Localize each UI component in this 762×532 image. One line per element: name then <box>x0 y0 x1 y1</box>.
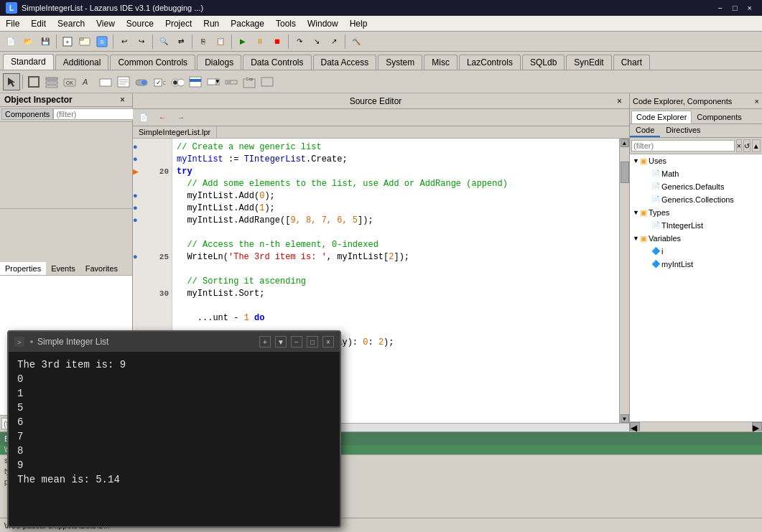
menu-source[interactable]: Source <box>121 16 159 31</box>
subtab-code[interactable]: Code <box>630 124 660 137</box>
cursor-tool[interactable] <box>3 73 20 90</box>
edit-component[interactable] <box>97 73 114 90</box>
tab-sqldb[interactable]: SQLdb <box>522 55 564 70</box>
tab-additional[interactable]: Additional <box>55 55 109 70</box>
terminal-minimize-btn[interactable]: − <box>291 336 302 347</box>
tab-dialogs[interactable]: Dialogs <box>197 55 241 70</box>
scrollbar-down[interactable]: ▼ <box>621 414 629 423</box>
listbox-component[interactable] <box>187 73 204 90</box>
object-inspector-close[interactable]: × <box>117 95 128 105</box>
menu-run[interactable]: Run <box>198 16 225 31</box>
terminal-add-btn[interactable]: + <box>259 336 271 347</box>
run-button[interactable]: ▶ <box>235 34 251 50</box>
toggle-component[interactable] <box>133 73 150 90</box>
filter-up-btn[interactable]: ▲ <box>752 139 761 152</box>
tree-var-i[interactable]: 🔷 i <box>630 245 762 258</box>
step-out-button[interactable]: ↗ <box>326 34 342 50</box>
scrollbar-up[interactable]: ▲ <box>621 139 629 147</box>
new-button[interactable]: 📄 <box>3 34 19 50</box>
close-button[interactable]: × <box>743 2 756 14</box>
step-into-button[interactable]: ↘ <box>309 34 325 50</box>
tab-data-controls[interactable]: Data Controls <box>243 55 311 70</box>
tab-system[interactable]: System <box>378 55 422 70</box>
panel-component[interactable] <box>259 73 276 90</box>
editor-forward-btn[interactable]: → <box>173 110 189 126</box>
redo-button[interactable]: ↪ <box>134 34 149 50</box>
scrollbar-component[interactable] <box>223 73 240 90</box>
step-over-button[interactable]: ↷ <box>292 34 307 50</box>
tree-variables[interactable]: ▼ ▣ Variables <box>630 232 762 245</box>
tab-data-access[interactable]: Data Access <box>313 55 377 70</box>
tab-favorites[interactable]: Favorites <box>80 262 123 275</box>
menu-window[interactable]: Window <box>302 16 344 31</box>
tree-types[interactable]: ▼ ▣ Types <box>630 206 762 219</box>
open-button[interactable]: 📂 <box>20 34 36 50</box>
tree-tintegerlist[interactable]: 📄 TIntegerList <box>630 219 762 232</box>
tree-generics-collections[interactable]: 📄 Generics.Collections <box>630 193 762 206</box>
code-explorer-close[interactable]: × <box>755 97 759 106</box>
code-explorer-filter-input[interactable] <box>631 140 735 151</box>
types-toggle[interactable]: ▼ <box>633 207 638 218</box>
save-button[interactable]: 💾 <box>37 34 53 50</box>
open-unit-button[interactable] <box>77 34 93 50</box>
uses-toggle[interactable]: ▼ <box>633 155 638 167</box>
minimize-button[interactable]: − <box>713 2 726 14</box>
undo-button[interactable]: ↩ <box>116 34 132 50</box>
menu-search[interactable]: Search <box>52 16 90 31</box>
combobox-component[interactable]: ▼ <box>205 73 222 90</box>
editor-back-btn[interactable]: ← <box>154 110 170 126</box>
menu-file[interactable]: File <box>0 16 25 31</box>
tree-scroll-left[interactable]: ◀ <box>630 422 640 431</box>
filter-refresh-btn[interactable]: ↺ <box>743 139 751 152</box>
tree-scrollbar[interactable]: ◀ ▶ <box>630 421 762 431</box>
stop-button[interactable]: ⏹ <box>269 34 285 50</box>
tab-lazcontrols[interactable]: LazControls <box>459 55 521 70</box>
find-button[interactable]: 🔍 <box>156 34 172 50</box>
maximize-button[interactable]: □ <box>728 2 742 14</box>
tree-scroll-right[interactable]: ▶ <box>752 422 762 431</box>
paste-button[interactable]: 📋 <box>213 34 228 50</box>
menu-tools[interactable]: Tools <box>270 16 302 31</box>
tab-components[interactable]: Components <box>692 111 746 123</box>
pause-button[interactable]: ⏸ <box>252 34 268 50</box>
menu-help[interactable]: Help <box>344 16 373 31</box>
menu-package[interactable]: Package <box>225 16 270 31</box>
source-file-tab[interactable]: SimpleIntegerList.lpr <box>133 126 217 138</box>
build-button[interactable]: 🔨 <box>348 34 364 50</box>
menu-project[interactable]: Project <box>159 16 198 31</box>
vars-toggle[interactable]: ▼ <box>633 233 638 244</box>
tab-common-controls[interactable]: Common Controls <box>110 55 195 70</box>
scrollbar-thumb[interactable] <box>621 162 629 183</box>
terminal-content[interactable]: The 3rd item is: 9 0 1 5 6 7 8 9 The mea… <box>9 352 340 526</box>
memo-component[interactable] <box>115 73 132 90</box>
code-scrollbar-v[interactable]: ▲ ▼ <box>619 139 629 423</box>
terminal-dropdown-btn[interactable]: ▼ <box>275 336 287 347</box>
tab-misc[interactable]: Misc <box>424 55 457 70</box>
copy-button[interactable]: ⎘ <box>195 34 211 50</box>
editor-new-btn[interactable]: 📄 <box>136 110 152 126</box>
tree-uses[interactable]: ▼ ▣ Uses <box>630 154 762 167</box>
button-component[interactable]: OK <box>61 73 78 90</box>
tab-events[interactable]: Events <box>46 262 80 275</box>
terminal-close-btn[interactable]: × <box>322 336 334 347</box>
tab-standard[interactable]: Standard <box>3 54 54 70</box>
tree-var-myintlist[interactable]: 🔷 myIntList <box>630 258 762 271</box>
tree-math[interactable]: 📄 Math <box>630 167 762 180</box>
checkbox-component[interactable]: ✓□ <box>151 73 168 90</box>
terminal-maximize-btn[interactable]: □ <box>307 336 318 347</box>
components-label[interactable]: Components <box>1 108 53 120</box>
menu-view[interactable]: View <box>90 16 121 31</box>
filter-clear-btn[interactable]: × <box>736 139 742 152</box>
tab-synedit[interactable]: SynEdit <box>566 55 611 70</box>
tab-chart[interactable]: Chart <box>613 55 650 70</box>
new-unit-button[interactable]: + <box>60 34 75 50</box>
label-component[interactable]: A <box>79 73 96 90</box>
frame-component[interactable] <box>25 73 42 90</box>
save-all-button[interactable]: S <box>94 34 110 50</box>
replace-button[interactable]: ⇄ <box>173 34 189 50</box>
groupbox-component[interactable]: Grp <box>241 73 258 90</box>
tab-code-explorer[interactable]: Code Explorer <box>631 111 692 123</box>
tab-properties[interactable]: Properties <box>0 262 46 275</box>
radio-component[interactable] <box>169 73 186 90</box>
source-editor-close[interactable]: × <box>614 96 625 106</box>
